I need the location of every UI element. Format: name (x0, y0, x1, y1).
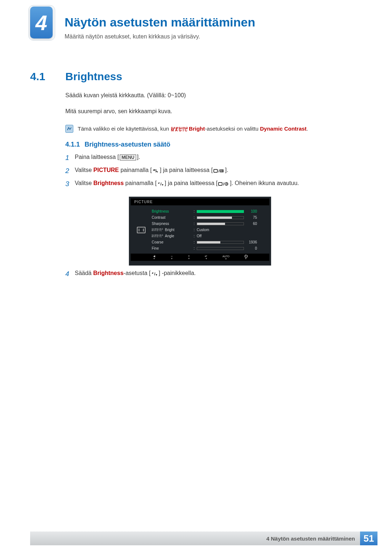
osd-row: Coarse:1936 (150, 239, 267, 245)
svg-text:/: / (160, 182, 162, 186)
note-row: Tämä valikko ei ole käytettävissä, kun S… (65, 125, 308, 133)
osd-row-label: Fine (152, 246, 192, 250)
osd-row: SAMSUNGMAGICBright:Custom (150, 227, 267, 233)
osd-colon: : (192, 228, 197, 232)
note-icon (65, 125, 73, 133)
menu-button-label: MENU (120, 155, 136, 160)
osd-footer: ◄▼ −▼ +▼ ↵▼ AUTO▼ ⏻▼ (131, 254, 269, 261)
subsection-number: 4.1.1 (65, 141, 80, 148)
svg-marker-3 (153, 169, 154, 171)
osd-settings-list: Brightness:100Contrast:75Sharpness:60SAM… (150, 208, 267, 251)
note-middle: -asetukseksi on valittu (205, 126, 260, 132)
osd-row: Brightness:100 (150, 208, 267, 214)
step-1: 1 Paina laitteessa [MENU]. (65, 154, 356, 162)
svg-marker-6 (158, 182, 159, 184)
osd-slider-fill (197, 241, 220, 243)
svg-text:/: / (219, 169, 220, 173)
osd-nav-minus: −▼ (171, 254, 173, 260)
osd-row-value: 75 (244, 216, 258, 219)
subsection-title: Brightness-asetusten säätö (85, 141, 170, 148)
source-enter-icon: / (218, 180, 229, 187)
chapter-number: 4 (36, 11, 47, 35)
brightness-label: Brightness (93, 270, 124, 276)
osd-menu-screenshot: PICTURE Brightness:100Contrast:75Sharpne… (129, 197, 271, 266)
up-down-icon: / (151, 270, 158, 277)
svg-marker-8 (162, 184, 163, 186)
note-prefix: Tämä valikko ei ole käytettävissä, kun (78, 126, 171, 132)
note-text: Tämä valikko ei ole käytettävissä, kun S… (78, 125, 308, 132)
osd-nav-left: ◄▼ (152, 254, 156, 260)
step-3: 3 Valitse Brightness painamalla [/] ja p… (65, 180, 356, 188)
osd-category-icon (133, 208, 150, 251)
step-text: Valitse Brightness painamalla [/] ja pai… (75, 180, 299, 187)
samsung-magic-brand: SAMSUNGMAGIC (171, 127, 188, 132)
step-number: 4 (65, 270, 75, 278)
step-number: 2 (65, 167, 75, 175)
osd-nav-auto: AUTO▼ (222, 254, 229, 260)
svg-text:/: / (156, 169, 157, 173)
svg-text:/: / (223, 182, 224, 186)
note-bright-word: Bright (189, 126, 205, 132)
section-body-1: Säädä kuvan yleistä kirkkautta. (Välillä… (65, 92, 186, 99)
step-4: 4 Säädä Brightness-asetusta [/] -painikk… (65, 270, 196, 278)
osd-slider-fill (197, 217, 232, 219)
note-suffix: . (307, 126, 308, 132)
up-down-icon: / (158, 180, 164, 187)
section-title: Brightness (65, 70, 122, 83)
picture-label: PICTURE (93, 167, 119, 173)
step-number: 3 (65, 180, 75, 188)
footer-page-number: 51 (360, 532, 377, 545)
osd-row: Fine:0 (150, 245, 267, 251)
osd-row-label: Brightness (152, 209, 192, 213)
chapter-description: Määritä näytön asetukset, kuten kirkkaus… (65, 33, 200, 40)
osd-row-label: SAMSUNGMAGICBright (152, 228, 192, 232)
osd-nav-plus: +▼ (188, 254, 190, 260)
osd-nav-enter: ↵▼ (205, 254, 208, 260)
osd-row-label: SAMSUNGMAGICAngle (152, 234, 192, 238)
svg-marker-14 (156, 274, 157, 276)
osd-body: Brightness:100Contrast:75Sharpness:60SAM… (129, 207, 271, 252)
chapter-title: Näytön asetusten määrittäminen (65, 15, 255, 29)
osd-slider-track (197, 222, 244, 225)
osd-row-textvalue: Custom (197, 228, 209, 232)
section-number: 4.1 (30, 70, 45, 83)
steps-list: 1 Paina laitteessa [MENU]. 2 Valitse PIC… (65, 154, 356, 193)
osd-row: Contrast:75 (150, 214, 267, 221)
osd-row-label: Coarse (152, 240, 192, 244)
brightness-label: Brightness (93, 180, 124, 186)
osd-row-label: Contrast (152, 216, 192, 219)
osd-slider-track (197, 241, 244, 244)
step-text: Säädä Brightness-asetusta [/] -painikkee… (75, 270, 196, 278)
monitor-icon (137, 227, 146, 233)
svg-text:/: / (154, 272, 155, 276)
note-dynamic-contrast: Dynamic Contrast (260, 126, 306, 132)
osd-colon: : (192, 240, 197, 244)
osd-colon: : (192, 222, 197, 226)
step-2: 2 Valitse PICTURE painamalla [/] ja pain… (65, 167, 356, 175)
osd-slider-track (197, 247, 244, 250)
svg-marker-12 (152, 272, 153, 274)
chapter-badge: 4 (30, 7, 53, 38)
osd-header: PICTURE (131, 198, 269, 205)
page-footer: 4 Näytön asetusten määrittäminen 51 (30, 532, 377, 545)
osd-row-textvalue: Off (197, 234, 201, 238)
osd-nav-power: ⏻▼ (244, 254, 248, 260)
osd-colon: : (192, 246, 197, 250)
step-number: 1 (65, 154, 75, 162)
step-text: Valitse PICTURE painamalla [/] ja paina … (75, 167, 228, 174)
osd-row-value: 0 (244, 246, 258, 250)
osd-row-value: 1936 (244, 240, 258, 244)
footer-chapter-label: 4 Näytön asetusten määrittäminen (30, 532, 360, 545)
osd-slider-fill (197, 210, 244, 213)
step-text: Paina laitteessa [MENU]. (75, 154, 140, 160)
osd-colon: : (192, 216, 197, 219)
osd-row-label: Sharpness (152, 222, 192, 226)
osd-slider-fill (197, 223, 225, 225)
section-body-2: Mitä suurempi arvo, sen kirkkaampi kuva. (65, 108, 172, 115)
osd-row-value: 100 (244, 209, 258, 213)
svg-rect-9 (219, 182, 222, 185)
source-enter-icon: / (213, 167, 224, 174)
osd-row: SAMSUNGMAGICAngle:Off (150, 233, 267, 239)
svg-rect-4 (214, 169, 217, 172)
osd-colon: : (192, 209, 197, 213)
